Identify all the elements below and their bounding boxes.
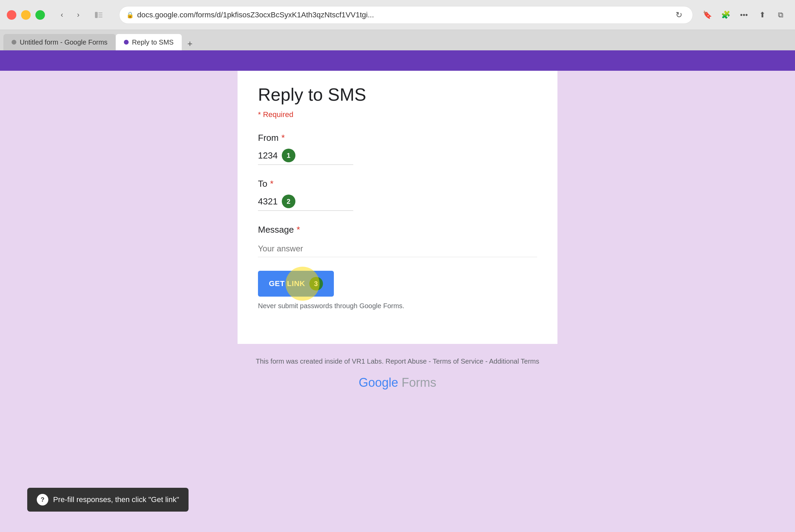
page-footer: This form was created inside of VR1 Labs…	[0, 344, 795, 410]
toolbar-right: 🔖 🧩 ••• ⬆ ⧉	[700, 7, 788, 22]
tab-untitled-form[interactable]: Untitled form - Google Forms	[3, 34, 116, 50]
tab-favicon	[12, 40, 16, 45]
svg-rect-3	[98, 17, 102, 17]
footer-text: This form was created inside of VR1 Labs…	[256, 358, 539, 365]
tab-untitled-label: Untitled form - Google Forms	[20, 38, 108, 46]
from-underline	[258, 164, 353, 165]
page-content: Reply to SMS * Required From * 1234 1 To…	[0, 71, 795, 344]
titlebar: ‹ › 🔒 docs.google.com/forms/d/1pkfisosZ3…	[0, 0, 795, 30]
page-title: Reply to SMS	[258, 84, 537, 105]
maximize-button[interactable]	[35, 10, 45, 20]
svg-rect-0	[95, 12, 98, 18]
reload-button[interactable]: ↻	[672, 10, 686, 20]
tooltip-info-icon: ?	[37, 494, 48, 505]
purple-header-band	[0, 50, 795, 71]
new-tab-button[interactable]: +	[183, 37, 197, 50]
to-required-star: *	[270, 179, 273, 189]
to-value: 4321	[258, 196, 278, 207]
tab-active-label: Reply to SMS	[132, 38, 174, 46]
menu-icon[interactable]: •••	[736, 7, 751, 22]
back-button[interactable]: ‹	[55, 8, 69, 22]
tab-reply-to-sms[interactable]: Reply to SMS	[116, 34, 182, 50]
get-link-label: GET LINK	[269, 279, 305, 288]
svg-rect-1	[98, 13, 102, 13]
forward-button[interactable]: ›	[71, 8, 85, 22]
to-underline	[258, 210, 353, 211]
to-badge: 2	[282, 195, 295, 208]
message-field-section: Message *	[258, 225, 537, 257]
extensions-icon[interactable]: 🧩	[718, 7, 733, 22]
required-note: * Required	[258, 110, 537, 119]
message-input[interactable]	[258, 240, 537, 257]
minimize-button[interactable]	[21, 10, 31, 20]
tab-active-favicon	[124, 40, 129, 45]
get-link-section: GET LINK 3 Never submit passwords throug…	[258, 271, 537, 310]
lock-icon: 🔒	[126, 11, 134, 19]
google-forms-logo: Google Forms	[359, 376, 436, 390]
to-label: To *	[258, 179, 537, 189]
sidebar-toggle-button[interactable]	[92, 8, 106, 22]
new-window-icon[interactable]: ⧉	[773, 7, 788, 22]
message-required-star: *	[297, 225, 300, 235]
traffic-lights	[7, 10, 45, 20]
get-link-button[interactable]: GET LINK 3	[258, 271, 334, 297]
from-label: From *	[258, 133, 537, 143]
share-icon[interactable]: ⬆	[755, 7, 770, 22]
address-bar[interactable]: 🔒 docs.google.com/forms/d/1pkfisosZ3ocxB…	[119, 6, 693, 24]
nav-buttons: ‹ ›	[55, 8, 85, 22]
from-value: 1234	[258, 150, 278, 161]
from-required-star: *	[281, 133, 285, 143]
get-link-badge: 3	[309, 277, 323, 290]
close-button[interactable]	[7, 10, 16, 20]
form-card: Reply to SMS * Required From * 1234 1 To…	[238, 71, 557, 344]
from-field-section: From * 1234 1	[258, 133, 537, 165]
from-value-row: 1234 1	[258, 149, 537, 162]
tooltip-text: Pre-fill responses, then click "Get link…	[53, 495, 179, 504]
never-submit-text: Never submit passwords through Google Fo…	[258, 302, 537, 310]
message-label: Message *	[258, 225, 537, 235]
bookmark-icon[interactable]: 🔖	[700, 7, 715, 22]
bottom-tooltip: ? Pre-fill responses, then click "Get li…	[27, 488, 189, 512]
svg-rect-2	[98, 15, 102, 15]
from-badge: 1	[282, 149, 295, 162]
tab-bar: Untitled form - Google Forms Reply to SM…	[0, 30, 795, 50]
to-field-section: To * 4321 2	[258, 179, 537, 211]
to-value-row: 4321 2	[258, 195, 537, 208]
url-text: docs.google.com/forms/d/1pkfisosZ3ocxBcS…	[137, 11, 672, 19]
